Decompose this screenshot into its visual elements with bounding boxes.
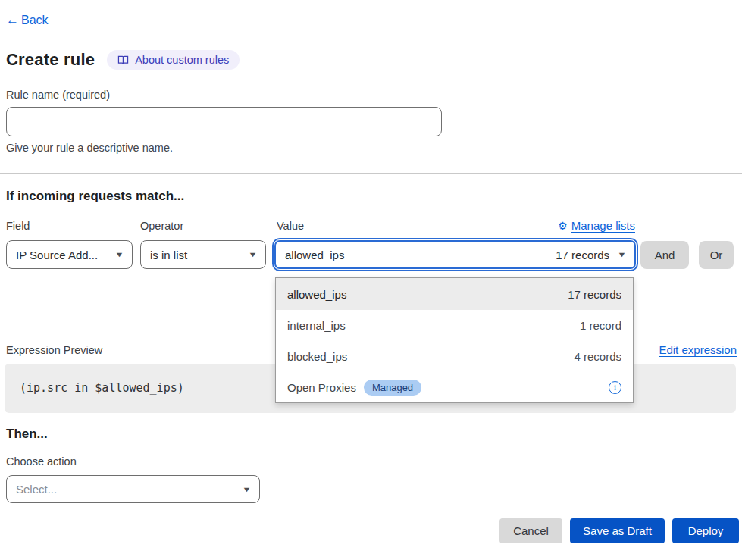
choose-action-label: Choose action [6, 455, 77, 468]
manage-lists-link[interactable]: ⚙ Manage lists [558, 219, 635, 232]
value-label: Value [277, 220, 304, 232]
create-rule-page: ← Back Create rule About custom rules Ru… [0, 0, 742, 560]
list-item-name: internal_ips [287, 319, 346, 332]
list-item-records: 4 records [574, 350, 621, 363]
list-item-name: allowed_ips [287, 288, 346, 301]
operator-select[interactable]: is in list ▼ [140, 240, 266, 269]
page-title: Create rule [6, 50, 95, 70]
chevron-down-icon: ▼ [114, 251, 124, 258]
action-select-placeholder: Select... [16, 483, 57, 496]
list-item[interactable]: blocked_ips 4 records [276, 341, 633, 372]
list-item[interactable]: internal_ips 1 record [276, 310, 633, 341]
field-select-value: IP Source Add... [16, 249, 98, 261]
operator-select-value: is in list [150, 249, 187, 261]
then-section-heading: Then... [6, 427, 48, 442]
rule-name-helper-text: Give your rule a descriptive name. [6, 142, 173, 154]
value-select[interactable]: allowed_ips 17 records ▼ [274, 240, 636, 269]
chevron-down-icon: ▼ [248, 251, 257, 258]
match-section-heading: If incoming requests match... [6, 189, 184, 204]
about-badge-label: About custom rules [135, 54, 229, 66]
or-button[interactable]: Or [699, 241, 734, 269]
manage-lists-label: Manage lists [571, 219, 635, 232]
gear-icon: ⚙ [558, 221, 568, 231]
cancel-button[interactable]: Cancel [499, 518, 562, 543]
list-item[interactable]: allowed_ips 17 records [276, 278, 633, 310]
back-link[interactable]: ← Back [6, 13, 49, 28]
rule-name-label: Rule name (required) [6, 89, 110, 101]
action-select[interactable]: Select... ▼ [6, 475, 260, 503]
value-select-value: allowed_ips [285, 249, 344, 261]
managed-badge: Managed [364, 380, 421, 396]
chevron-down-icon: ▼ [617, 251, 626, 258]
list-dropdown-panel: allowed_ips 17 records internal_ips 1 re… [275, 277, 634, 403]
back-label: Back [21, 14, 49, 27]
operator-label: Operator [140, 220, 183, 232]
list-item-name: blocked_ips [287, 350, 347, 363]
value-select-records: 17 records [556, 249, 609, 261]
rule-name-input[interactable] [6, 107, 442, 136]
list-item-name: Open Proxies [287, 381, 356, 394]
field-label: Field [6, 220, 30, 232]
section-divider [0, 173, 742, 174]
list-item-records: 17 records [568, 288, 621, 301]
expression-code: (ip.src in $allowed_ips) [20, 381, 184, 395]
list-item[interactable]: Open Proxies Managed i [276, 372, 633, 403]
back-arrow-icon: ← [6, 13, 19, 28]
expression-preview-label: Expression Preview [6, 344, 102, 356]
edit-expression-link[interactable]: Edit expression [659, 343, 737, 356]
field-select[interactable]: IP Source Add... ▼ [6, 240, 133, 269]
chevron-down-icon: ▼ [242, 486, 251, 493]
and-button[interactable]: And [640, 241, 689, 269]
about-custom-rules-badge[interactable]: About custom rules [107, 50, 240, 70]
save-as-draft-button[interactable]: Save as Draft [570, 518, 665, 543]
book-icon [117, 55, 129, 65]
info-icon[interactable]: i [609, 381, 621, 394]
list-item-records: 1 record [580, 319, 621, 332]
deploy-button[interactable]: Deploy [672, 518, 739, 543]
